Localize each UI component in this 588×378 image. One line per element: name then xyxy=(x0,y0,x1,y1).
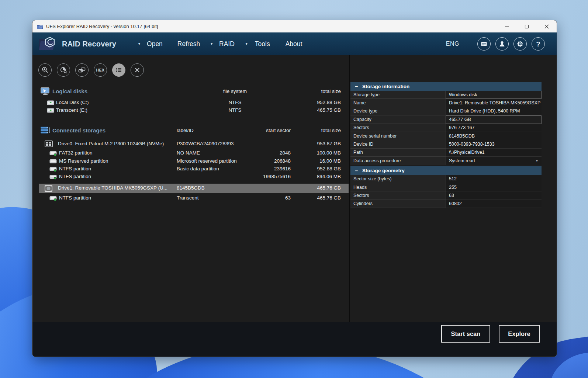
geometry-row: Cylinders 60802 xyxy=(350,200,542,208)
info-label: Device type xyxy=(350,107,446,115)
storage-row-drive0[interactable]: Drive0: Fixed Patriot M.2 P300 1024GB (N… xyxy=(32,140,349,148)
collapse-icon[interactable]: − xyxy=(355,168,360,173)
menubar-right: ENG xyxy=(444,37,545,51)
storage-row-partition[interactable]: FAT32 partition NO NAME 2048 100.00 MB xyxy=(32,149,349,157)
user-icon xyxy=(498,40,506,48)
geometry-value: 63 xyxy=(446,191,542,200)
menubar: RAID Recovery ▼ Open Refresh ▼ RAID ▼ To… xyxy=(32,32,557,55)
partition-icon xyxy=(49,166,57,172)
storage-start-sector: 206848 xyxy=(250,158,291,164)
menu-about[interactable]: About xyxy=(285,39,303,49)
partition-icon xyxy=(49,159,57,164)
storage-row-partition[interactable]: NTFS partition 1998575616 894.06 MB xyxy=(32,173,349,181)
menu-tools[interactable]: Tools xyxy=(254,39,271,49)
column-total-size: total size xyxy=(300,128,341,133)
menu-open[interactable]: Open xyxy=(146,39,163,49)
geometry-label: Sector size (bytes) xyxy=(350,175,446,183)
settings-button[interactable] xyxy=(513,37,527,51)
close-button[interactable] xyxy=(537,20,557,32)
explore-button[interactable]: Explore xyxy=(499,325,540,343)
storage-label-id: 8145B5GDB xyxy=(177,185,205,191)
info-row: Name Drive1: Removable TOSHIBA MK5059GSX… xyxy=(350,99,542,107)
info-row: Device ID 5000-0393-7938-1533 xyxy=(350,140,542,148)
storage-geometry-header[interactable]: − Storage geometry xyxy=(350,166,542,175)
app-icon xyxy=(37,24,43,29)
logical-disk-row[interactable]: Transcent (E:) NTFS 465.75 GB xyxy=(32,107,349,114)
geometry-row: Sector size (bytes) 512 xyxy=(350,175,542,183)
storage-row-partition[interactable]: NTFS partition Basic data partition 2396… xyxy=(32,165,349,173)
info-row: Capacity 465.77 GB xyxy=(350,115,542,124)
data-access-dropdown[interactable]: System read ▼ xyxy=(446,157,542,165)
info-value[interactable]: 465.77 GB xyxy=(446,115,542,124)
language-selector[interactable]: ENG xyxy=(444,40,461,48)
menu-refresh[interactable]: Refresh xyxy=(177,39,201,49)
storage-name: Drive1: Removable TOSHIBA MK5059GSXP (U.… xyxy=(58,185,167,191)
storage-stack-icon xyxy=(40,126,50,134)
titlebar: UFS Explorer RAID Recovery - version 10.… xyxy=(32,20,557,32)
storage-total-size: 465.76 GB xyxy=(300,195,341,201)
geometry-value: 255 xyxy=(446,183,542,191)
info-pane: − Storage information Storage type Windo… xyxy=(350,55,557,322)
storage-row-drive1-selected[interactable]: Drive1: Removable TOSHIBA MK5059GSXP (U.… xyxy=(39,184,349,193)
disk-total-size: 952.88 GB xyxy=(300,100,341,105)
chevron-down-icon[interactable]: ▼ xyxy=(210,42,213,46)
info-row: Device type Hard Disk Drive (HDD), 5400 … xyxy=(350,107,542,115)
geometry-value: 60802 xyxy=(446,200,542,208)
chevron-down-icon[interactable]: ▼ xyxy=(138,42,141,46)
column-total-size: total size xyxy=(300,89,341,94)
info-row: Sectors 976 773 167 xyxy=(350,124,542,132)
storage-row-partition[interactable]: NTFS partition Transcent 63 465.76 GB xyxy=(32,194,349,202)
drive-grid-icon xyxy=(45,141,53,147)
section-title: Connected storages xyxy=(52,127,106,133)
info-value: 5000-0393-7938-1533 xyxy=(446,140,542,148)
info-value: \\.\PhysicalDrive1 xyxy=(446,149,542,157)
info-value: 976 773 167 xyxy=(446,124,542,132)
footer-bar: Start scan Explore xyxy=(32,322,557,357)
section-title: Logical disks xyxy=(52,88,87,94)
info-value[interactable]: Windows disk xyxy=(446,91,542,99)
menu-raid[interactable]: RAID xyxy=(218,39,235,49)
help-icon: ? xyxy=(536,41,540,48)
storage-name: FAT32 partition xyxy=(59,150,93,156)
chevron-down-icon[interactable]: ▼ xyxy=(245,42,248,46)
maximize-icon xyxy=(525,24,529,29)
geometry-label: Sectors xyxy=(350,191,446,200)
geometry-row: Sectors 63 xyxy=(350,191,542,200)
disk-name: Transcent (E:) xyxy=(56,107,87,113)
start-scan-button[interactable]: Start scan xyxy=(441,325,490,343)
column-start-sector: start sector xyxy=(250,128,291,133)
column-file-system: file system xyxy=(217,89,253,94)
settings-icon xyxy=(516,40,524,48)
column-label-id: label/ID xyxy=(177,128,194,133)
storage-total-size: 100.00 MB xyxy=(300,150,341,156)
storage-info-table: − Storage information Storage type Windo… xyxy=(350,82,542,208)
storage-name: NTFS partition xyxy=(59,166,91,171)
storage-information-header[interactable]: − Storage information xyxy=(350,82,542,91)
storage-row-partition[interactable]: MS Reserved partition Microsoft reserved… xyxy=(32,157,349,165)
storage-start-sector: 239616 xyxy=(250,166,291,171)
storage-name: Drive0: Fixed Patriot M.2 P300 1024GB (N… xyxy=(58,141,164,146)
info-value: 8145B5GDB xyxy=(446,132,542,140)
folder-logo-icon xyxy=(38,36,58,52)
license-button[interactable] xyxy=(477,37,491,51)
info-row: Storage type Windows disk xyxy=(350,91,542,99)
hdd-icon xyxy=(47,100,54,105)
minimize-button[interactable] xyxy=(497,20,517,32)
partition-icon xyxy=(49,150,57,156)
help-button[interactable]: ? xyxy=(532,37,545,51)
maximize-button[interactable] xyxy=(517,20,537,32)
collapse-icon[interactable]: − xyxy=(355,84,360,89)
storage-label-id: NO NAME xyxy=(177,150,200,156)
monitor-icon xyxy=(41,87,50,95)
storage-total-size: 894.06 MB xyxy=(300,174,341,179)
storage-total-size: 16.00 MB xyxy=(300,158,341,164)
storage-total-size: 465.76 GB xyxy=(300,185,341,191)
info-label: Path xyxy=(350,149,446,157)
storage-start-sector: 1998575616 xyxy=(250,174,291,179)
info-label: Data access procedure xyxy=(350,157,446,165)
storage-start-sector: 63 xyxy=(250,195,291,201)
info-row: Device serial number 8145B5GDB xyxy=(350,132,542,140)
license-icon xyxy=(480,40,488,48)
user-account-button[interactable] xyxy=(495,37,509,51)
logical-disk-row[interactable]: Local Disk (C:) NTFS 952.88 GB xyxy=(32,99,349,107)
